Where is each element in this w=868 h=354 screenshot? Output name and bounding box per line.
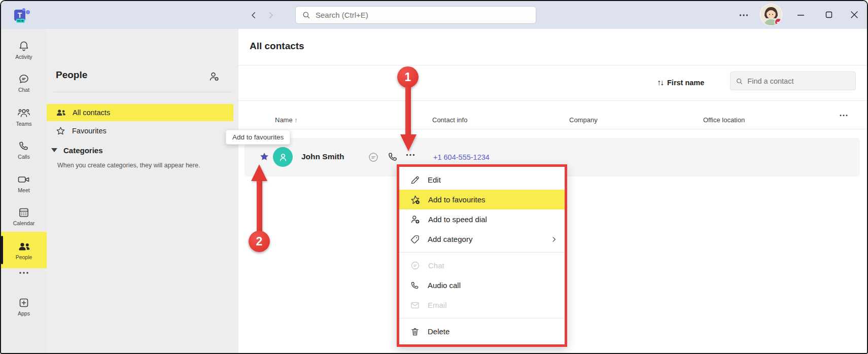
app-rail: Activity Chat Teams Calls Meet Calendar …	[1, 29, 47, 353]
star-add-icon	[410, 194, 421, 205]
categories-section-toggle[interactable]: Categories	[51, 143, 103, 158]
apps-plus-icon	[18, 297, 30, 309]
page-title: All contacts	[250, 41, 304, 52]
menu-item-add-category[interactable]: Add category	[399, 229, 565, 249]
contact-name[interactable]: John Smith	[301, 152, 344, 161]
ellipsis-icon	[840, 114, 848, 117]
menu-divider	[399, 252, 565, 253]
people-filled-icon	[55, 108, 66, 118]
close-icon	[850, 11, 858, 19]
sidebar-item-activity[interactable]: Activity	[1, 35, 47, 64]
chevron-right-icon	[550, 236, 558, 243]
annotation-arrow-2-shaft	[257, 181, 262, 232]
sidebar-item-apps[interactable]: Apps	[1, 292, 47, 321]
divider	[53, 92, 232, 92]
annotation-arrow-2-head	[251, 164, 267, 181]
contact-more-options-button[interactable]	[406, 154, 415, 156]
menu-item-edit[interactable]: Edit	[399, 170, 565, 190]
teams-logo-icon: T NEW	[14, 8, 29, 23]
search-icon	[736, 77, 743, 85]
ellipsis-icon	[406, 154, 415, 156]
panel-item-all-contacts[interactable]: All contacts	[47, 104, 233, 121]
find-contact-input[interactable]	[747, 77, 850, 85]
panel-item-label: Favourites	[72, 127, 107, 135]
column-options-button[interactable]	[840, 114, 848, 117]
back-button[interactable]	[247, 8, 261, 22]
menu-item-email: Email	[399, 295, 565, 315]
add-contact-button[interactable]	[208, 70, 220, 83]
annotation-step-2: 2	[249, 231, 270, 252]
titlebar-more-button[interactable]	[736, 8, 752, 22]
star-icon	[55, 126, 66, 136]
sort-arrows-icon: ↑↓	[657, 78, 663, 87]
phone-icon	[410, 280, 420, 291]
sidebar-item-meet[interactable]: Meet	[1, 168, 47, 198]
annotation-arrow-1-shaft	[405, 86, 411, 135]
menu-item-add-to-speed-dial[interactable]: Add to speed dial	[399, 209, 565, 229]
chevron-left-icon	[249, 11, 258, 20]
teams-window: T NEW	[0, 0, 868, 354]
menu-item-audio-call[interactable]: Audio call	[399, 275, 565, 295]
menu-item-delete[interactable]: Delete	[399, 322, 565, 341]
chat-icon	[410, 260, 421, 271]
ellipsis-icon	[739, 14, 748, 17]
panel-title: People	[56, 69, 87, 81]
people-panel: People All contacts Favourites Categorie…	[47, 29, 238, 353]
presence-busy-dot	[774, 18, 782, 26]
find-contact-box[interactable]	[730, 72, 856, 90]
teams-new-badge: NEW	[16, 19, 25, 23]
minimize-button[interactable]	[791, 7, 810, 22]
sidebar-item-chat[interactable]: Chat	[1, 68, 47, 97]
sort-ascending-icon: ↑	[294, 116, 298, 124]
panel-item-favourites[interactable]: Favourites	[47, 122, 233, 139]
divider	[238, 129, 867, 129]
global-search-input[interactable]	[316, 11, 530, 19]
global-search-box[interactable]	[295, 6, 536, 24]
sort-by-button[interactable]: ↑↓ First name	[657, 75, 704, 91]
phone-icon	[18, 140, 30, 152]
profile-avatar[interactable]	[760, 4, 782, 26]
annotation-arrow-1-head	[400, 134, 416, 151]
tag-icon	[410, 234, 420, 244]
panel-item-label: All contacts	[73, 109, 110, 117]
column-header-office-location[interactable]: Office location	[703, 116, 745, 124]
contact-context-menu: Edit Add to favourites Add to speed dial…	[397, 164, 567, 347]
title-bar: T NEW	[1, 1, 867, 29]
bell-icon	[18, 40, 30, 52]
favourite-star-icon[interactable]	[259, 151, 270, 162]
column-header-contact-info[interactable]: Contact info	[432, 116, 467, 124]
pencil-icon	[410, 175, 420, 185]
mail-icon	[410, 300, 420, 310]
sidebar-item-teams[interactable]: Teams	[1, 102, 47, 131]
sidebar-item-people[interactable]: People	[1, 232, 47, 268]
divider	[238, 100, 867, 101]
maximize-button[interactable]	[820, 7, 838, 22]
forward-button[interactable]	[264, 8, 278, 22]
search-icon	[302, 11, 310, 19]
column-header-name[interactable]: Name ↑	[275, 116, 298, 124]
people-filled-icon	[17, 240, 31, 253]
sidebar-item-calls[interactable]: Calls	[1, 135, 47, 164]
column-header-company[interactable]: Company	[569, 116, 598, 124]
chat-icon	[367, 151, 379, 163]
contact-phone-link[interactable]: +1 604-555-1234	[433, 153, 490, 161]
active-indicator	[1, 236, 3, 264]
quick-chat-button[interactable]	[367, 151, 379, 163]
chat-icon	[18, 73, 30, 85]
person-icon	[277, 152, 289, 163]
maximize-icon	[825, 11, 832, 18]
chevron-right-icon	[266, 11, 275, 20]
person-add-icon	[208, 70, 220, 83]
menu-item-add-to-favourites[interactable]: Add to favourites	[399, 190, 565, 209]
annotation-step-1: 1	[397, 66, 419, 88]
person-add-icon	[410, 214, 421, 225]
close-button[interactable]	[845, 7, 863, 22]
minimize-icon	[797, 11, 805, 19]
menu-divider	[399, 318, 565, 318]
rail-more-apps-button[interactable]	[1, 271, 47, 274]
categories-hint: When you create categories, they will ap…	[57, 162, 230, 169]
phone-icon	[387, 151, 399, 163]
sidebar-item-calendar[interactable]: Calendar	[1, 201, 47, 231]
tooltip: Add to favourites	[226, 130, 290, 145]
quick-call-button[interactable]	[387, 151, 399, 163]
